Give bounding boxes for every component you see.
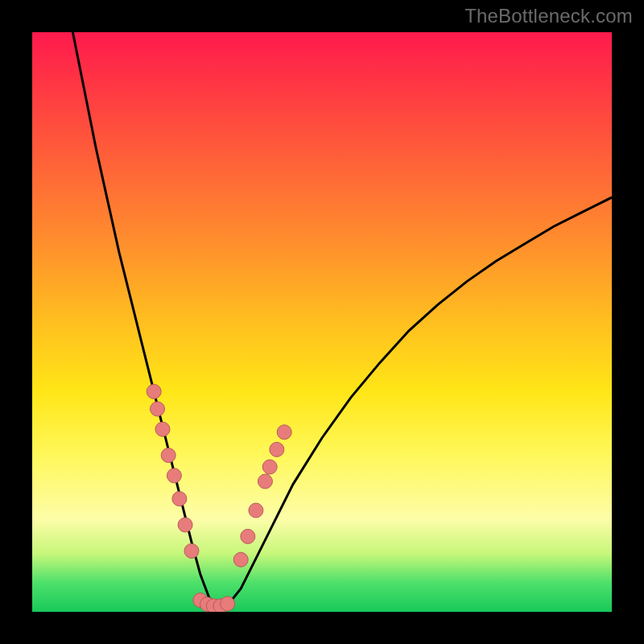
marker-left bbox=[184, 543, 199, 558]
marker-left bbox=[151, 402, 165, 416]
marker-right bbox=[277, 425, 291, 440]
marker-right bbox=[258, 474, 272, 489]
marker-left bbox=[155, 422, 170, 436]
marker-left bbox=[161, 448, 175, 463]
frame-bottom bbox=[0, 612, 644, 644]
plot-svg bbox=[32, 32, 612, 612]
plot-area bbox=[32, 32, 612, 612]
data-markers bbox=[147, 384, 291, 612]
marker-right bbox=[233, 552, 248, 567]
marker-left bbox=[178, 518, 192, 532]
chart-canvas: TheBottleneck.com bbox=[0, 0, 644, 644]
frame-right bbox=[612, 0, 644, 644]
marker-left bbox=[167, 469, 181, 483]
frame-left bbox=[0, 0, 32, 644]
marker-right bbox=[249, 503, 263, 518]
bottleneck-curve bbox=[72, 32, 612, 606]
marker-bottom bbox=[221, 597, 235, 611]
marker-right bbox=[241, 529, 255, 543]
marker-left bbox=[147, 384, 161, 398]
attribution-text: TheBottleneck.com bbox=[464, 5, 633, 27]
marker-left bbox=[172, 492, 187, 506]
marker-right bbox=[270, 442, 284, 456]
marker-right bbox=[262, 460, 277, 474]
